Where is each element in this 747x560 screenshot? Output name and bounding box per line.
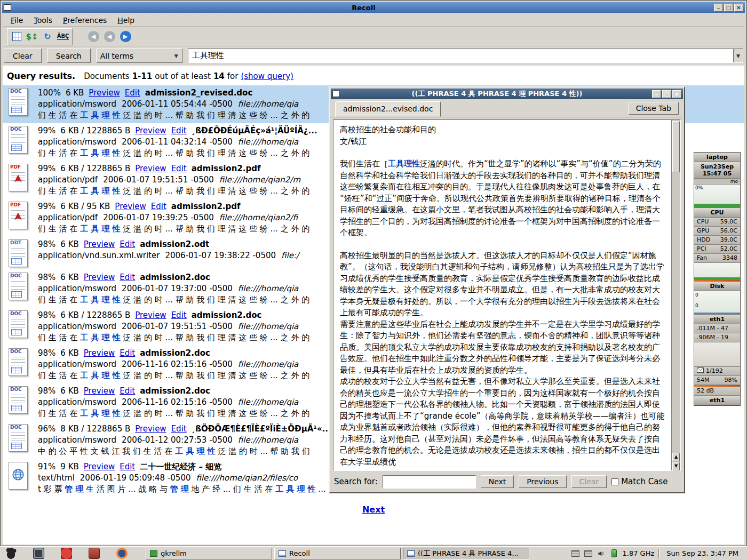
doc-file-icon[interactable]: DOC (6, 310, 30, 339)
show-query-link[interactable]: (show query) (241, 71, 293, 81)
clock-panel[interactable]: Sun23Sep 15:47 05 (694, 162, 740, 179)
preview-link[interactable]: Preview (89, 88, 120, 98)
edit-link[interactable]: Edit (120, 386, 135, 396)
query-history-dropdown-icon[interactable]: ▼ (733, 49, 743, 62)
keyboard-indicator-icon[interactable] (571, 550, 580, 557)
cpu-chart[interactable]: 0% (694, 185, 740, 208)
close-button[interactable]: ✕ (734, 4, 743, 12)
clear-button[interactable]: Clear (4, 49, 42, 63)
cpu-panel-label[interactable]: CPU (694, 208, 740, 218)
preview-document-tab[interactable]: admission2...evised.doc (335, 101, 441, 117)
preview-link[interactable]: Preview (115, 202, 146, 211)
find-previous-button[interactable]: Previous (519, 475, 566, 488)
next-page-icon[interactable]: ▶ (118, 30, 132, 44)
doc-file-icon[interactable]: DOC (6, 125, 30, 154)
first-page-icon[interactable]: ◀ (86, 30, 100, 44)
net-chart[interactable] (694, 342, 740, 367)
sort-parameters-icon[interactable]: $↕ (25, 30, 39, 44)
query-history-icon[interactable]: ↻ (41, 30, 54, 44)
maximize-button[interactable]: □ (724, 4, 733, 12)
menu-file[interactable]: File (6, 15, 28, 26)
preview-close-button[interactable]: ✕ (672, 90, 681, 98)
preview-link[interactable]: Preview (135, 424, 166, 434)
doc-file-icon[interactable]: DOC (6, 87, 30, 116)
preview-link[interactable]: Preview (84, 348, 115, 358)
term-explorer-icon[interactable]: ÂBÇ (56, 30, 70, 44)
edit-link[interactable]: Edit (171, 310, 187, 320)
taskbar-clock[interactable]: Sun Sep 23, 3:47 PM (663, 549, 742, 557)
pdf-file-icon[interactable]: PDF (6, 201, 30, 230)
hostname-panel[interactable]: laptop (694, 153, 740, 162)
preview-link[interactable]: Preview (84, 462, 115, 471)
edit-link[interactable]: Edit (120, 462, 135, 471)
launcher-media-icon[interactable] (61, 548, 72, 559)
menu-preferences[interactable]: Preferences (58, 15, 112, 26)
memory-row[interactable]: 54M 98% (694, 376, 740, 385)
doc-file-icon[interactable]: DOC (6, 348, 30, 377)
mail-row[interactable]: 1/192 (694, 367, 740, 376)
menu-help[interactable]: Help (113, 15, 139, 26)
match-case-checkbox[interactable] (611, 478, 618, 485)
net-timer-button[interactable]: eth1 (694, 396, 740, 405)
launcher-firefox-icon[interactable] (116, 548, 128, 559)
volume-row[interactable]: 52 dB (694, 387, 740, 396)
preview-link[interactable]: Preview (135, 164, 166, 173)
preview-scrollbar[interactable]: ▲ ▼ (671, 120, 680, 470)
edit-link[interactable]: Edit (171, 424, 187, 434)
window-titlebar[interactable]: Recoll – □ ✕ (2, 2, 745, 13)
battery-icon[interactable] (610, 550, 618, 557)
edit-link[interactable]: Edit (120, 348, 135, 358)
edit-link[interactable]: Edit (120, 239, 135, 249)
scrollbar-thumb[interactable] (672, 121, 680, 172)
scroll-up-icon[interactable]: ▲ (672, 453, 680, 461)
scroll-down-icon[interactable]: ▼ (672, 462, 680, 470)
doc-file-icon[interactable]: DOC (6, 386, 30, 414)
close-tab-button[interactable]: Close Tab (629, 102, 679, 115)
search-bar: Clear Search All terms ▼ ▼ (4, 48, 743, 63)
input-method-icon[interactable] (584, 550, 593, 557)
preview-link[interactable]: Preview (135, 126, 166, 135)
minimize-button[interactable]: – (714, 4, 723, 12)
html-file-icon[interactable] (6, 461, 30, 490)
launcher-terminal-icon[interactable] (33, 548, 44, 559)
preview-link[interactable]: Preview (84, 386, 115, 396)
preview-titlebar[interactable]: ((工 PHRASE 4 具 PHRASE 4 理 PHRASE 4 性)) –… (331, 89, 683, 99)
search-input[interactable] (188, 49, 733, 62)
preview-link[interactable]: Preview (84, 273, 115, 282)
doc-history-icon[interactable] (10, 30, 23, 44)
find-clear-button[interactable]: Clear (571, 475, 607, 488)
launcher-package-icon[interactable] (89, 548, 100, 559)
find-input[interactable] (383, 475, 476, 489)
preview-maximize-button[interactable]: □ (662, 90, 671, 98)
task-button[interactable]: gkrellm (146, 548, 272, 559)
preview-link[interactable]: Preview (135, 310, 166, 320)
task-button[interactable]: Recoll (274, 548, 401, 559)
doc-file-icon[interactable]: DOC (6, 272, 30, 301)
search-button[interactable]: Search (47, 49, 91, 63)
find-next-button[interactable]: Next (481, 475, 514, 488)
disk-panel-label[interactable]: Disk (694, 282, 740, 291)
temperature-chart[interactable] (694, 263, 740, 280)
volume-icon[interactable] (597, 550, 606, 557)
next-results-link[interactable]: Next (362, 505, 385, 515)
menu-tools[interactable]: Tools (29, 15, 57, 26)
pdf-file-icon[interactable]: PDF (6, 163, 30, 192)
preview-minimize-button[interactable]: – (652, 90, 661, 98)
snippet-segment: 泛 滥 的 时 ... 帮 助 我 们 理 清 这 些 纷 ... 之 外 的 (121, 186, 309, 196)
doc-url: file:///home/qia (238, 137, 299, 147)
sensor-mini-label: mo (694, 179, 740, 185)
edit-link[interactable]: Edit (171, 164, 187, 173)
launcher-footprint-icon[interactable] (5, 548, 17, 559)
odt-file-icon[interactable]: ODT (6, 239, 30, 268)
doc-file-icon[interactable]: DOC (6, 423, 30, 452)
net-panel-label[interactable]: eth1 (694, 315, 740, 324)
edit-link[interactable]: Edit (171, 126, 187, 135)
previous-page-icon[interactable]: ◀ (102, 30, 116, 44)
edit-link[interactable]: Edit (151, 202, 166, 211)
edit-link[interactable]: Edit (120, 273, 135, 282)
search-mode-select[interactable]: All terms ▼ (96, 49, 182, 63)
task-button[interactable]: ((工 PHRASE 4 具 PHRASE 4... (403, 548, 529, 559)
edit-link[interactable]: Edit (125, 88, 140, 98)
preview-link[interactable]: Preview (84, 239, 115, 249)
disk-chart[interactable]: 0 0 (694, 291, 740, 315)
